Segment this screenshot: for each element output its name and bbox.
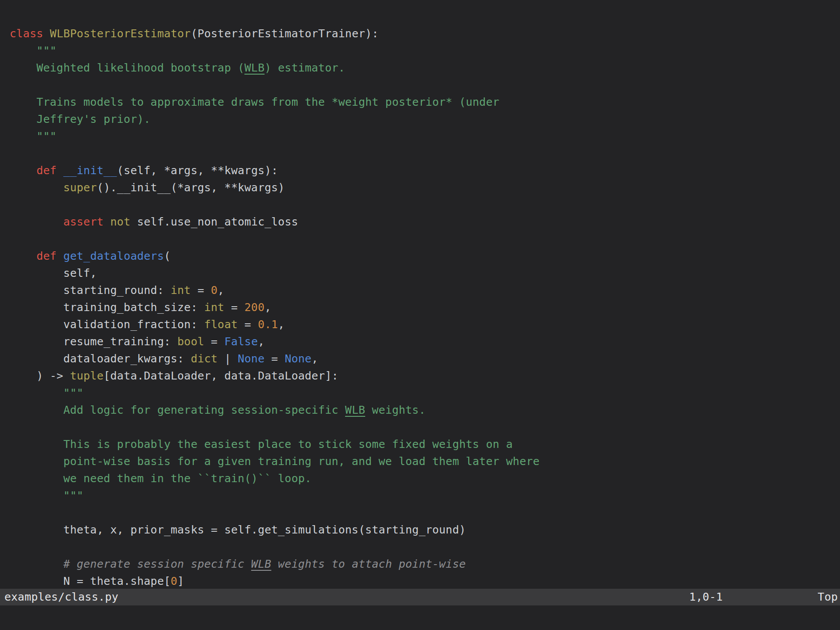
status-filename: examples/class.py <box>4 589 118 605</box>
code-line <box>10 419 840 436</box>
code-line: point-wise basis for a given training ru… <box>10 453 840 470</box>
code-line: validation_fraction: float = 0.1, <box>10 316 840 333</box>
code-line <box>10 504 840 521</box>
code-line: # generate session specific WLB weights … <box>10 555 840 573</box>
code-line: Add logic for generating session-specifi… <box>10 401 840 419</box>
code-line: """ <box>10 384 840 401</box>
code-line <box>10 538 840 555</box>
code-line: ) -> tuple[data.DataLoader, data.DataLoa… <box>10 367 840 384</box>
code-line: """ <box>10 128 840 145</box>
code-line <box>10 196 840 213</box>
code-line: training_batch_size: int = 200, <box>10 299 840 316</box>
code-line: resume_training: bool = False, <box>10 333 840 350</box>
command-line[interactable] <box>0 605 840 630</box>
code-line <box>10 145 840 162</box>
code-line: super().__init__(*args, **kwargs) <box>10 179 840 196</box>
code-line: This is probably the easiest place to st… <box>10 436 840 453</box>
terminal-editor-window: class WLBPosteriorEstimator(PosteriorEst… <box>0 0 840 630</box>
code-line: N = theta.shape[0] <box>10 573 840 589</box>
code-line: starting_round: int = 0, <box>10 282 840 299</box>
code-line <box>10 8 840 25</box>
code-line <box>10 230 840 247</box>
code-line: Weighted likelihood bootstrap (WLB) esti… <box>10 59 840 76</box>
code-line: we need them in the ``train()`` loop. <box>10 470 840 487</box>
code-area[interactable]: class WLBPosteriorEstimator(PosteriorEst… <box>0 0 840 589</box>
status-bar: examples/class.py 1,0-1 Top <box>0 589 840 605</box>
code-line: """ <box>10 42 840 59</box>
code-line: """ <box>10 487 840 504</box>
code-line: self, <box>10 265 840 282</box>
code-line: def __init__(self, *args, **kwargs): <box>10 162 840 179</box>
status-scroll-indicator: Top <box>818 589 838 605</box>
status-cursor-position: 1,0-1 <box>689 589 723 605</box>
code-line: theta, x, prior_masks = self.get_simulat… <box>10 521 840 538</box>
code-line <box>10 76 840 93</box>
code-line: Trains models to approximate draws from … <box>10 93 840 111</box>
code-line: def get_dataloaders( <box>10 247 840 265</box>
code-line: assert not self.use_non_atomic_loss <box>10 213 840 230</box>
code-line: dataloader_kwargs: dict | None = None, <box>10 350 840 367</box>
code-line: Jeffrey's prior). <box>10 111 840 128</box>
code-line: class WLBPosteriorEstimator(PosteriorEst… <box>10 25 840 42</box>
